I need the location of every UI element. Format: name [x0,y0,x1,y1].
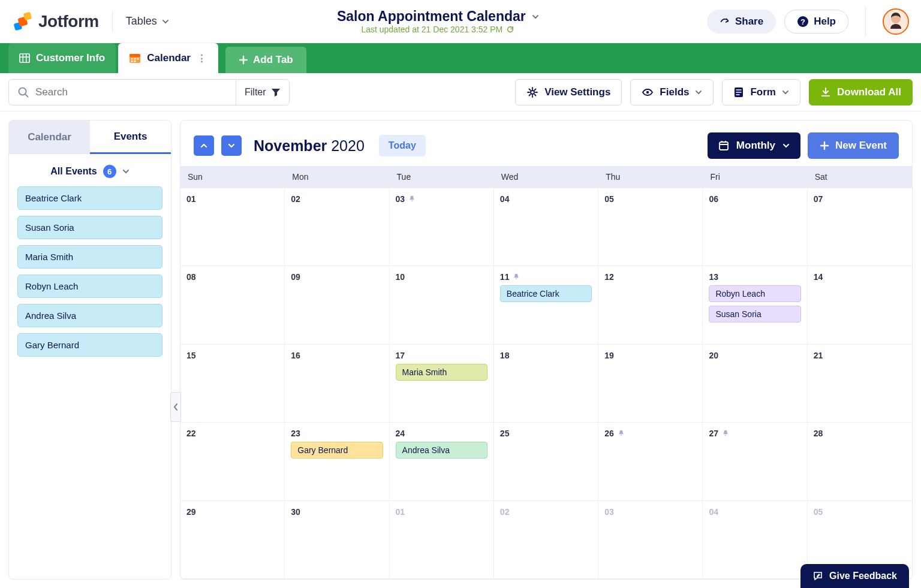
form-icon [733,87,744,98]
give-feedback-button[interactable]: Give Feedback [800,564,909,588]
calendar-day[interactable]: 23Gary Bernard [285,423,389,500]
logo-text: Jotform [38,12,99,31]
filter-icon [271,88,281,97]
event-pill[interactable]: Susan Soria [17,216,162,239]
page-title: Salon Appointment Calendar [337,8,526,25]
search-input[interactable] [35,86,227,98]
calendar-event[interactable]: Robyn Leach [709,285,800,302]
month-title: November 2020 [254,137,365,155]
sidebar-tab-events[interactable]: Events [90,120,171,154]
calendar-day[interactable]: 04 [703,501,807,579]
calendar-day[interactable]: 18 [494,345,598,423]
calendar-day[interactable]: 21 [808,345,912,423]
fields-button[interactable]: Fields [630,79,714,105]
event-pill[interactable]: Beatrice Clark [17,186,162,210]
sidebar-tab-calendar[interactable]: Calendar [9,120,90,154]
calendar-day[interactable]: 25 [494,423,598,500]
calendar-day[interactable]: 06 [703,188,807,266]
form-button[interactable]: Form [722,79,800,105]
calendar-day[interactable]: 08 [180,266,285,344]
chevron-down-icon[interactable] [532,13,539,20]
bell-icon [408,195,416,203]
today-button[interactable]: Today [379,135,426,156]
calendar-day[interactable]: 05 [598,188,703,266]
calendar-day[interactable]: 19 [598,345,703,423]
dow-cell: Mon [285,166,389,188]
calendar-event[interactable]: Maria Smith [396,364,487,381]
calendar-event[interactable]: Gary Bernard [291,442,383,459]
day-number: 17 [396,351,487,360]
share-button[interactable]: Share [707,10,776,34]
tab-customer-info[interactable]: Customer Info [8,43,116,73]
calendar-day[interactable]: 13Robyn LeachSusan Soria [703,266,807,344]
plus-icon [239,55,248,65]
tab-strip: Customer Info Calendar ⋮ Add Tab [0,43,921,73]
svg-point-15 [19,88,26,95]
avatar[interactable] [883,8,909,35]
search-box[interactable] [9,80,236,105]
chevron-down-icon [782,142,790,149]
header-center: Salon Appointment Calendar Last updated … [169,8,707,34]
filter-button[interactable]: Filter [236,80,289,105]
new-event-button[interactable]: New Event [808,132,899,159]
view-settings-button[interactable]: View Settings [515,79,622,105]
calendar-day[interactable]: 03 [390,188,494,266]
calendar-day[interactable]: 12 [598,266,703,344]
chevron-up-icon [200,141,208,150]
day-number: 22 [186,429,278,438]
add-tab-button[interactable]: Add Tab [225,47,306,73]
tables-label: Tables [126,15,157,28]
calendar-day[interactable]: 02 [285,188,389,266]
download-all-button[interactable]: Download All [809,79,913,105]
calendar-event[interactable]: Susan Soria [709,306,800,322]
calendar-day[interactable]: 16 [285,345,389,423]
tables-dropdown[interactable]: Tables [126,15,169,28]
calendar-day[interactable]: 10 [390,266,494,344]
dow-cell: Wed [494,166,598,188]
calendar-day[interactable]: 27 [703,423,807,500]
day-number: 02 [500,507,592,517]
table-icon [19,53,30,64]
day-number: 01 [186,194,278,204]
calendar-icon [129,53,141,64]
calendar-day[interactable]: 04 [494,188,598,266]
logo[interactable]: Jotform [12,11,99,32]
calendar-day[interactable]: 29 [180,501,285,579]
collapse-sidebar-button[interactable] [170,392,181,422]
calendar-day[interactable]: 20 [703,345,807,423]
prev-month-button[interactable] [194,135,214,156]
calendar-day[interactable]: 09 [285,266,389,344]
calendar-event[interactable]: Andrea Silva [396,442,487,459]
calendar-day[interactable]: 14 [808,266,912,344]
bell-icon [618,430,625,437]
view-mode-dropdown[interactable]: Monthly [708,132,800,159]
event-pill[interactable]: Robyn Leach [17,275,162,298]
calendar-day[interactable]: 07 [808,188,912,266]
calendar-day[interactable]: 22 [180,423,285,500]
calendar-day[interactable]: 24Andrea Silva [390,423,494,500]
calendar-day[interactable]: 03 [598,501,703,579]
calendar-day[interactable]: 11Beatrice Clark [494,266,598,344]
event-pill[interactable]: Maria Smith [17,245,162,269]
event-pill[interactable]: Gary Bernard [17,333,162,357]
last-updated-label: Last updated at 21 Dec 2021 3:52 PM [361,25,514,34]
calendar-day[interactable]: 30 [285,501,389,579]
help-button[interactable]: ? Help [784,10,848,34]
tab-calendar[interactable]: Calendar ⋮ [118,43,218,73]
all-events-toggle[interactable]: All Events 6 [17,165,162,178]
calendar-day[interactable]: 28 [808,423,912,500]
calendar-day[interactable]: 26 [598,423,703,500]
calendar-event[interactable]: Beatrice Clark [500,285,592,302]
day-number: 03 [604,507,696,517]
calendar-day[interactable]: 01 [180,188,285,266]
svg-point-16 [531,91,534,94]
day-number: 04 [709,507,800,517]
event-pill[interactable]: Andrea Silva [17,304,162,327]
calendar-day[interactable]: 01 [390,501,494,579]
calendar-day[interactable]: 02 [494,501,598,579]
kebab-icon[interactable]: ⋮ [197,52,207,65]
svg-rect-19 [720,142,728,150]
calendar-day[interactable]: 17Maria Smith [390,345,494,423]
calendar-day[interactable]: 15 [180,345,285,423]
next-month-button[interactable] [221,135,242,156]
